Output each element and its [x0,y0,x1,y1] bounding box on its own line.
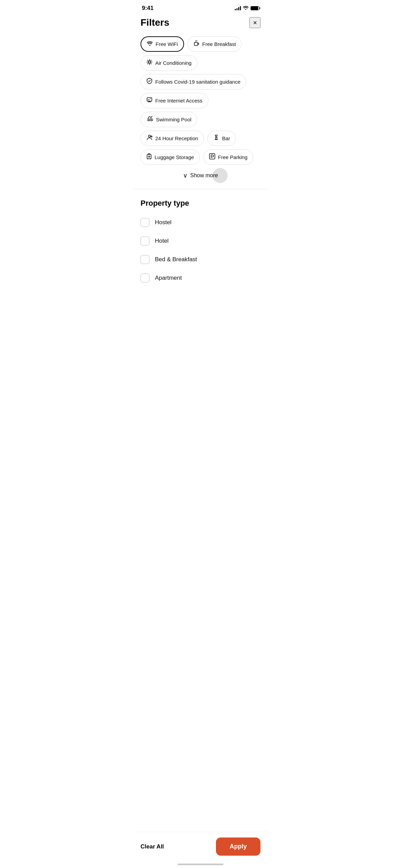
checkbox-hostel[interactable]: Hostel [141,213,260,232]
svg-line-7 [150,63,151,64]
chip-free-internet[interactable]: Free Internet Access [141,93,208,108]
checkbox-apartment[interactable]: Apartment [141,269,260,287]
hostel-checkbox[interactable] [141,218,149,227]
chip-bar[interactable]: Bar [207,131,236,146]
filter-chips-section: Free WiFi Free Breakfast [134,34,267,186]
chip-free-wifi-label: Free WiFi [156,41,178,47]
bed-breakfast-checkbox[interactable] [141,255,149,264]
covid-chip-icon [146,78,153,86]
luggage-chip-icon [146,153,152,161]
wifi-chip-icon [147,41,153,48]
svg-point-1 [148,61,150,63]
svg-rect-19 [216,137,217,140]
svg-point-15 [148,135,150,137]
svg-line-18 [151,136,152,137]
signal-icon [235,6,241,10]
hotel-label: Hotel [155,238,169,244]
property-type-title: Property type [141,199,260,208]
chip-swimming-pool-label: Swimming Pool [156,117,191,122]
chip-luggage-storage[interactable]: Luggage Storage [141,149,200,165]
chip-free-wifi[interactable]: Free WiFi [141,36,184,52]
chip-covid-guidance[interactable]: Follows Covid-19 sanitation guidance [141,74,246,89]
close-button[interactable]: × [250,17,260,28]
svg-rect-10 [147,98,152,101]
chip-bar-label: Bar [222,135,230,141]
svg-point-13 [150,98,151,99]
chip-covid-guidance-label: Follows Covid-19 sanitation guidance [155,79,240,85]
svg-line-6 [147,60,148,61]
parking-chip-icon [209,153,215,161]
show-more-label: Show more [190,172,218,179]
internet-chip-icon [146,97,153,105]
svg-line-9 [147,63,148,64]
chip-free-breakfast-label: Free Breakfast [202,41,236,47]
section-divider [134,189,267,189]
chip-free-internet-label: Free Internet Access [155,98,203,104]
battery-icon [251,6,259,10]
chip-24hr-reception[interactable]: 24 Hour Reception [141,131,204,146]
chip-free-parking-label: Free Parking [218,154,247,160]
svg-point-0 [149,45,150,46]
svg-line-8 [150,60,151,61]
svg-point-14 [151,116,153,117]
svg-point-25 [150,159,151,159]
property-type-section: Property type Hostel Hotel Bed & Breakfa… [134,192,267,287]
air-conditioning-chip-icon [146,59,153,67]
svg-rect-26 [209,154,215,159]
header: Filters × [134,14,267,34]
chip-24hr-reception-label: 24 Hour Reception [155,135,198,141]
status-time: 9:41 [142,5,154,12]
bar-chip-icon [213,134,219,142]
chip-air-conditioning[interactable]: Air Conditioning [141,55,197,71]
status-bar: 9:41 [134,0,267,14]
bed-breakfast-label: Bed & Breakfast [155,256,197,263]
pool-chip-icon [146,116,153,123]
status-icons [235,5,259,11]
svg-point-24 [147,159,148,159]
chip-air-conditioning-label: Air Conditioning [155,60,192,66]
chip-free-breakfast[interactable]: Free Breakfast [187,36,242,52]
chip-luggage-storage-label: Luggage Storage [155,154,194,160]
apartment-label: Apartment [155,275,182,281]
filter-chips-container: Free WiFi Free Breakfast [141,36,260,165]
show-more-button[interactable]: ∨ Show more [141,165,260,186]
chip-swimming-pool[interactable]: Swimming Pool [141,112,197,127]
chip-free-parking[interactable]: Free Parking [203,149,253,165]
reception-chip-icon [146,134,153,142]
hotel-checkbox[interactable] [141,237,149,245]
wifi-icon [243,5,248,11]
hostel-label: Hostel [155,219,171,226]
checkbox-hotel[interactable]: Hotel [141,232,260,250]
apartment-checkbox[interactable] [141,274,149,282]
breakfast-chip-icon [193,40,199,48]
checkbox-bed-breakfast[interactable]: Bed & Breakfast [141,250,260,269]
page-title: Filters [141,17,169,28]
chevron-down-icon: ∨ [183,172,187,179]
